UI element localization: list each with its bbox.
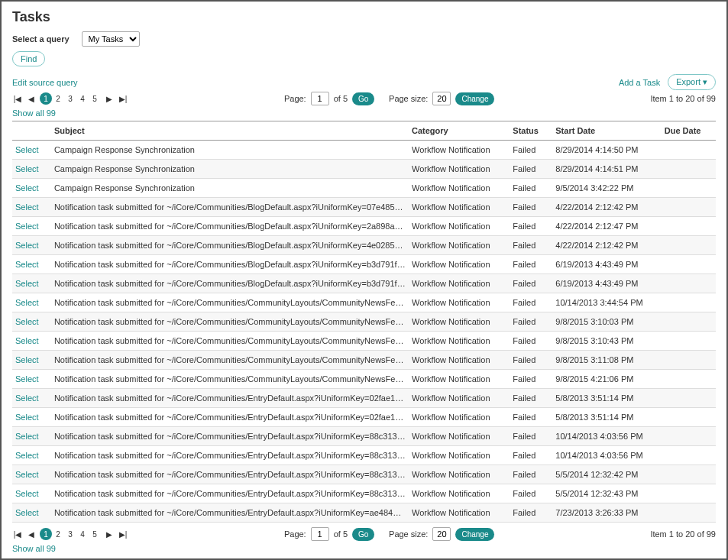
cell-subject: Campaign Response Synchronization (51, 141, 409, 160)
select-link[interactable]: Select (15, 260, 39, 269)
select-link[interactable]: Select (15, 393, 39, 403)
select-link[interactable]: Select (15, 164, 39, 173)
prev-page-icon[interactable]: ◀ (26, 93, 37, 104)
next-page-icon[interactable]: ▶ (104, 93, 115, 104)
col-header-due[interactable]: Due Date (662, 121, 716, 141)
col-header-select[interactable] (12, 121, 51, 141)
page-number-5[interactable]: 5 (89, 92, 101, 105)
table-row: SelectNotification task submitted for ~/… (12, 370, 716, 389)
page-number-1[interactable]: 1 (40, 528, 52, 540)
select-link[interactable]: Select (15, 145, 39, 154)
cell-due (662, 274, 716, 293)
select-link[interactable]: Select (15, 489, 39, 498)
select-link[interactable]: Select (15, 222, 39, 231)
cell-category: Workflow Notification (409, 255, 510, 274)
add-task-link[interactable]: Add a Task (619, 78, 660, 87)
cell-start: 8/29/2014 4:14:50 PM (552, 141, 661, 160)
page-input[interactable] (311, 527, 329, 541)
cell-category: Workflow Notification (409, 465, 510, 484)
select-link[interactable]: Select (15, 355, 39, 364)
select-link[interactable]: Select (15, 298, 39, 307)
change-button[interactable]: Change (455, 92, 494, 105)
page-number-3[interactable]: 3 (64, 92, 76, 105)
edit-source-query-link[interactable]: Edit source query (12, 78, 78, 87)
cell-category: Workflow Notification (409, 427, 510, 446)
query-label: Select a query (12, 34, 70, 44)
select-link[interactable]: Select (15, 336, 39, 345)
cell-category: Workflow Notification (409, 217, 510, 236)
last-page-icon[interactable]: ▶| (118, 93, 128, 104)
select-link[interactable]: Select (15, 508, 39, 517)
table-row: SelectNotification task submitted for ~/… (12, 198, 716, 217)
cell-due (662, 408, 716, 427)
cell-status: Failed (510, 198, 552, 217)
find-button[interactable]: Find (12, 51, 45, 66)
select-link[interactable]: Select (15, 183, 39, 193)
cell-status: Failed (510, 160, 552, 179)
select-link[interactable]: Select (15, 202, 39, 212)
page-number-5[interactable]: 5 (89, 528, 101, 540)
cell-due (662, 198, 716, 217)
cell-category: Workflow Notification (409, 484, 510, 503)
show-all-link[interactable]: Show all 99 (12, 108, 716, 118)
table-row: SelectNotification task submitted for ~/… (12, 408, 716, 427)
page-number-4[interactable]: 4 (76, 92, 89, 105)
page-number-3[interactable]: 3 (64, 528, 76, 540)
col-header-subject[interactable]: Subject (51, 121, 409, 141)
cell-subject: Notification task submitted for ~/iCore/… (51, 370, 409, 389)
col-header-start[interactable]: Start Date (552, 121, 661, 141)
table-row: SelectNotification task submitted for ~/… (12, 217, 716, 236)
cell-due (662, 236, 716, 255)
cell-category: Workflow Notification (409, 351, 510, 370)
next-page-icon[interactable]: ▶ (104, 529, 115, 539)
query-select[interactable]: My Tasks (82, 31, 140, 47)
table-row: SelectNotification task submitted for ~/… (12, 312, 716, 332)
page-size-input[interactable] (432, 92, 451, 105)
cell-subject: Campaign Response Synchronization (51, 160, 409, 179)
prev-page-icon[interactable]: ◀ (26, 529, 37, 539)
change-button[interactable]: Change (455, 528, 494, 541)
cell-subject: Notification task submitted for ~/iCore/… (51, 408, 409, 427)
cell-status: Failed (510, 179, 552, 198)
first-page-icon[interactable]: |◀ (12, 529, 23, 539)
go-button[interactable]: Go (352, 92, 374, 105)
page-size-input[interactable] (432, 527, 451, 541)
cell-start: 6/19/2013 4:43:49 PM (552, 255, 661, 274)
pager-top: |◀ ◀ 12345 ▶ ▶| Page: of 5 Go Page size:… (12, 92, 716, 105)
go-button[interactable]: Go (352, 528, 374, 541)
cell-status: Failed (510, 217, 552, 236)
cell-status: Failed (510, 141, 552, 160)
select-link[interactable]: Select (15, 279, 39, 288)
cell-status: Failed (510, 274, 552, 293)
cell-start: 10/14/2013 4:03:56 PM (552, 446, 661, 465)
select-link[interactable]: Select (15, 241, 39, 250)
cell-start: 5/5/2014 12:32:42 PM (552, 465, 661, 484)
page-title: Tasks (12, 9, 716, 25)
page-number-1[interactable]: 1 (40, 92, 52, 105)
page-number-2[interactable]: 2 (52, 92, 64, 105)
table-row: SelectCampaign Response SynchronizationW… (12, 160, 716, 179)
export-button[interactable]: Export ▾ (668, 74, 716, 90)
cell-due (662, 446, 716, 465)
first-page-icon[interactable]: |◀ (12, 93, 23, 104)
cell-subject: Notification task submitted for ~/iCore/… (51, 351, 409, 370)
page-number-2[interactable]: 2 (52, 528, 64, 540)
select-link[interactable]: Select (15, 374, 39, 384)
col-header-category[interactable]: Category (409, 121, 510, 141)
page-number-4[interactable]: 4 (76, 528, 89, 540)
cell-due (662, 370, 716, 389)
col-header-status[interactable]: Status (510, 121, 552, 141)
page-input[interactable] (311, 92, 329, 105)
cell-due (662, 465, 716, 484)
cell-category: Workflow Notification (409, 236, 510, 255)
cell-subject: Notification task submitted for ~/iCore/… (51, 274, 409, 293)
last-page-icon[interactable]: ▶| (118, 529, 128, 539)
select-link[interactable]: Select (15, 432, 39, 441)
select-link[interactable]: Select (15, 470, 39, 479)
show-all-link[interactable]: Show all 99 (12, 544, 716, 553)
select-link[interactable]: Select (15, 413, 39, 422)
table-row: SelectNotification task submitted for ~/… (12, 389, 716, 408)
select-link[interactable]: Select (15, 317, 39, 326)
cell-due (662, 503, 716, 523)
select-link[interactable]: Select (15, 451, 39, 460)
